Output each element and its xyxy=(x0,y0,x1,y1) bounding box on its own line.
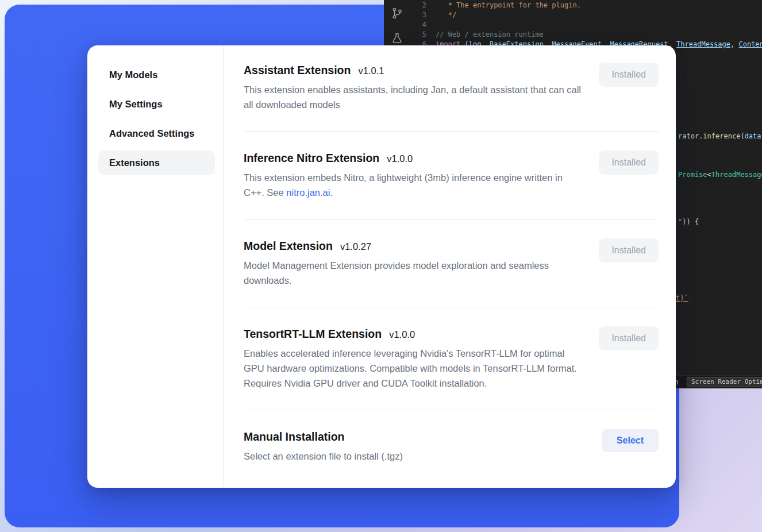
installed-button[interactable]: Installed xyxy=(599,326,659,350)
settings-sidebar: My Models My Settings Advanced Settings … xyxy=(87,45,224,488)
settings-modal: My Models My Settings Advanced Settings … xyxy=(87,45,676,488)
nitro-jan-ai-link[interactable]: nitro.jan.ai xyxy=(286,187,330,198)
select-file-button[interactable]: Select xyxy=(602,429,659,452)
sidebar-item-my-settings[interactable]: My Settings xyxy=(98,92,215,117)
sidebar-item-my-models[interactable]: My Models xyxy=(98,63,215,87)
extension-description: Enables accelerated inference leveraging… xyxy=(244,346,583,391)
code-fragment: Promise<ThreadMessage> xyxy=(678,171,762,179)
code-text: * The entrypoint for the plugin. xyxy=(436,1,581,10)
description-text: . xyxy=(330,187,333,198)
code-text: */ xyxy=(436,10,456,20)
editor-activity-bar xyxy=(384,0,410,45)
code-area: 2 * The entrypoint for the plugin. 3 */ … xyxy=(410,1,762,49)
extension-version: v1.0.0 xyxy=(389,329,415,340)
extension-title: TensortRT-LLM Extension xyxy=(244,326,382,341)
code-fragment: t}` xyxy=(676,294,688,303)
extension-row-inference-nitro: Inference Nitro Extension v1.0.0 This ex… xyxy=(244,132,659,219)
extension-row-model: Model Extension v1.0.27 Model Management… xyxy=(244,219,659,307)
extension-description: Model Management Extension provides mode… xyxy=(244,258,583,288)
manual-installation-row: Manual Installation Select an extension … xyxy=(244,410,659,483)
code-line: 3 */ xyxy=(410,10,762,20)
code-line: 5// Web / extension runtime xyxy=(410,30,762,40)
line-number: 5 xyxy=(410,30,426,40)
installed-button[interactable]: Installed xyxy=(599,151,659,175)
sidebar-item-advanced-settings[interactable]: Advanced Settings xyxy=(98,121,215,146)
extension-version: v1.0.1 xyxy=(358,65,384,76)
manual-installation-title: Manual Installation xyxy=(244,429,345,444)
extension-row-assistant: Assistant Extension v1.0.1 This extensio… xyxy=(244,63,659,132)
code-text: // Web / extension runtime xyxy=(436,30,544,40)
extension-title: Model Extension xyxy=(244,238,333,253)
extension-description: This extension embeds Nitro, a lightweig… xyxy=(244,170,583,200)
manual-installation-description: Select an extension file to install (.tg… xyxy=(244,449,403,464)
extension-description: This extension enables assistants, inclu… xyxy=(244,82,583,112)
extensions-panel: Assistant Extension v1.0.1 This extensio… xyxy=(224,45,676,488)
extension-title: Assistant Extension xyxy=(244,63,351,78)
line-number: 2 xyxy=(410,1,426,10)
sidebar-item-extensions[interactable]: Extensions xyxy=(98,151,215,175)
beaker-icon[interactable] xyxy=(391,32,403,45)
installed-button[interactable]: Installed xyxy=(599,63,659,87)
git-branch-icon[interactable] xyxy=(391,7,403,20)
code-fragment: rator.inference(data)); xyxy=(678,132,762,141)
extension-title: Inference Nitro Extension xyxy=(244,151,379,165)
extension-version: v1.0.27 xyxy=(340,241,371,252)
extension-row-tensorrt-llm: TensortRT-LLM Extension v1.0.0 Enables a… xyxy=(244,307,659,410)
screen-reader-badge[interactable]: Screen Reader Optimized xyxy=(687,377,762,387)
installed-button[interactable]: Installed xyxy=(599,238,659,263)
line-number: 3 xyxy=(410,10,426,20)
code-fragment: ")) { xyxy=(678,218,699,226)
extension-version: v1.0.0 xyxy=(387,153,413,164)
code-line: 2 * The entrypoint for the plugin. xyxy=(410,1,762,10)
line-number: 4 xyxy=(410,20,426,30)
code-line: 4 xyxy=(410,20,762,30)
